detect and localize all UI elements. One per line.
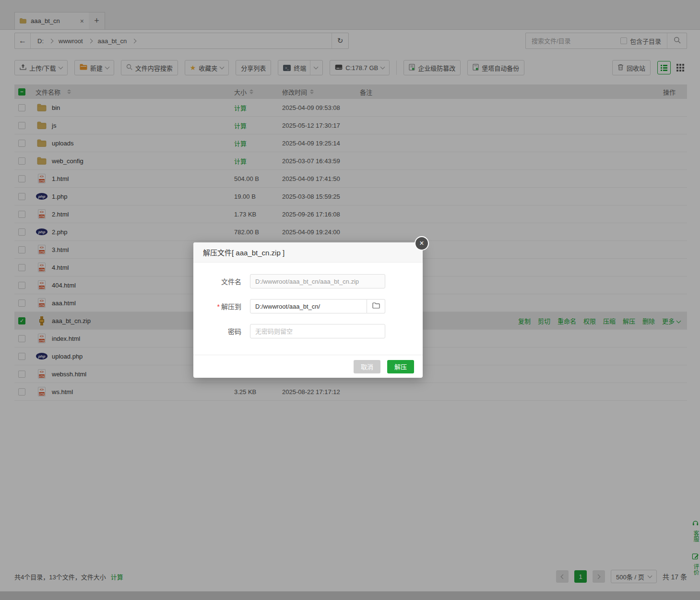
dialog-title: 解压文件[ aaa_bt_cn.zip ] <box>193 242 423 263</box>
dialog-body: 文件名 *解压到 密码 <box>193 263 423 355</box>
password-label: 密码 <box>193 326 241 336</box>
filename-label: 文件名 <box>193 276 241 286</box>
close-icon[interactable]: × <box>415 236 429 251</box>
browse-folder-button[interactable] <box>367 299 385 313</box>
extract-dialog: × 解压文件[ aaa_bt_cn.zip ] 文件名 *解压到 密码 取消 <box>193 242 423 378</box>
folder-open-icon <box>372 302 380 311</box>
extract-button[interactable]: 解压 <box>387 360 414 373</box>
dialog-footer: 取消 解压 <box>193 355 423 378</box>
filename-field <box>250 274 385 288</box>
dest-label: *解压到 <box>193 301 241 311</box>
cancel-button[interactable]: 取消 <box>354 360 380 373</box>
dest-field[interactable] <box>250 299 367 313</box>
password-field[interactable] <box>250 324 385 338</box>
required-mark: * <box>217 303 220 311</box>
